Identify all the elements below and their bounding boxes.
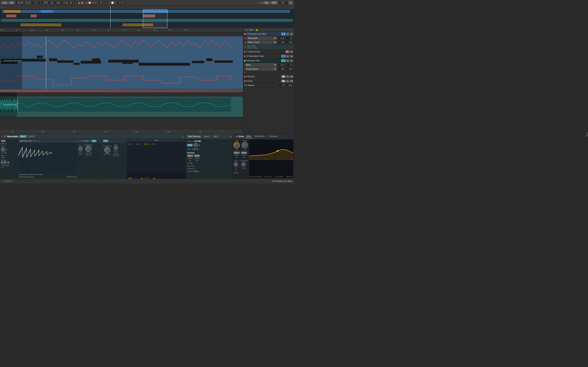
osc2-tab[interactable]: Osc 2 bbox=[28, 135, 35, 138]
echo-left-knob[interactable] bbox=[233, 142, 240, 148]
echo-sync-left-btn[interactable]: Sync bbox=[233, 151, 240, 154]
filter1-val2[interactable]: -inf bbox=[286, 41, 293, 44]
add-param-icon[interactable]: + bbox=[244, 72, 246, 74]
master-val1[interactable]: 0 bbox=[278, 84, 285, 87]
add-icon2[interactable]: + bbox=[292, 46, 293, 48]
mixer-dropdown[interactable]: Mixer bbox=[244, 63, 277, 67]
solo-btn-crossover[interactable]: S bbox=[286, 33, 289, 35]
mute-btn-crossover[interactable]: ● bbox=[290, 33, 293, 35]
mod-sources-tab[interactable]: Mod Sources bbox=[187, 135, 202, 138]
echo-frequency-display[interactable]: 1 1k 10k Filter HP 81.8 Hz Res 0.03 LP 2… bbox=[249, 140, 293, 178]
wavetable-val2[interactable]: C bbox=[286, 37, 293, 40]
amp-env-canvas[interactable]: Env 2 Env 3 LFO 1 LFO 2 bbox=[127, 142, 186, 173]
osc1-tab[interactable]: Osc 1 bbox=[19, 135, 27, 138]
filter1-val1[interactable]: -inf bbox=[278, 41, 285, 44]
lfo-display[interactable]: Rate 0.86 Hz Amount 54 % Shape 0.0% Offs… bbox=[127, 173, 186, 179]
sync-left-btn[interactable]: Sync bbox=[187, 155, 193, 157]
echo-tab-character[interactable]: Character bbox=[267, 135, 279, 138]
sync-right-btn[interactable]: Sync bbox=[194, 155, 200, 157]
filter1-dropdown[interactable]: Filter 1 Freq bbox=[246, 41, 277, 44]
audio-clip-sidechain[interactable] bbox=[0, 97, 243, 117]
echo-right-knob[interactable] bbox=[242, 142, 248, 148]
echo-notes-left-icon[interactable]: ▼ bbox=[236, 156, 237, 158]
time-sig-display[interactable]: 4 / 4 bbox=[31, 1, 40, 4]
filter2-res-knob[interactable] bbox=[114, 146, 118, 150]
position-display[interactable]: 39. 1. 4 bbox=[68, 1, 77, 4]
matrix-tab[interactable]: Matrix bbox=[203, 135, 211, 138]
wavetable-record-btn[interactable]: ▶ bbox=[4, 135, 6, 138]
filter1-res-knob[interactable] bbox=[78, 147, 83, 151]
midi-tab[interactable]: MIDI bbox=[212, 135, 219, 138]
notes-left-dropdown-icon[interactable]: ▼ bbox=[189, 160, 191, 162]
echo-sync-right-btn[interactable]: Sync bbox=[241, 151, 247, 154]
arrangement-view[interactable]: 37.2 38 38.4 39 39.4 40 40.4 41 41.4 42 … bbox=[0, 28, 243, 134]
echo-mute-icon[interactable]: ⊘ bbox=[235, 170, 237, 171]
poly-button[interactable]: Poly bbox=[187, 144, 193, 146]
oct-0[interactable]: 0 bbox=[1, 161, 3, 164]
osc-menu-icon[interactable]: ≡ bbox=[75, 140, 76, 142]
stop-button[interactable]: ■ bbox=[81, 1, 83, 4]
wavetable-power-btn[interactable]: ○ bbox=[2, 135, 3, 138]
echo-record-btn[interactable]: ▶ bbox=[236, 135, 238, 138]
d-button[interactable]: D bbox=[288, 1, 293, 4]
track-volume-val2[interactable]: -inf bbox=[286, 67, 293, 71]
serial-mode: Serial bbox=[83, 140, 88, 142]
mixer-val2[interactable]: C bbox=[286, 63, 293, 67]
bpm-display[interactable]: 100.00 bbox=[16, 1, 25, 4]
mod-settings-icon[interactable]: ⚙ bbox=[230, 135, 232, 138]
midi-button[interactable]: MIDI bbox=[270, 1, 278, 4]
end-position-display[interactable]: 37. 1. 1 bbox=[99, 1, 108, 4]
lock-icon[interactable]: 🔒 bbox=[256, 29, 258, 31]
osc1-canvas[interactable] bbox=[18, 143, 77, 173]
settings-icon[interactable]: ≡ bbox=[183, 135, 184, 138]
post-btn-reverb[interactable]: Post bbox=[290, 75, 293, 78]
record-button[interactable]: ● bbox=[84, 1, 85, 4]
mute-btn-sidechain[interactable]: ● bbox=[290, 59, 293, 62]
nav-left-icon[interactable]: ◁ bbox=[37, 140, 39, 142]
timeline-overview[interactable]: ◁ ▷ bbox=[0, 6, 294, 28]
midi-clip-crossover[interactable] bbox=[0, 36, 243, 89]
wavetable-param-dropdown[interactable]: Wavetable bbox=[246, 36, 277, 40]
poly-val-knob[interactable] bbox=[194, 143, 198, 147]
echo-tab-echo[interactable]: Echo bbox=[245, 135, 253, 138]
echo-input-knob[interactable] bbox=[234, 162, 238, 167]
zoom-pct[interactable]: 100% bbox=[41, 1, 50, 4]
track-volume-val1[interactable]: -inf bbox=[278, 67, 285, 71]
mute-btn-wt-pads[interactable]: ● bbox=[290, 55, 293, 58]
wavetable-val1[interactable]: -1.4 bbox=[278, 37, 285, 40]
zoom-level[interactable]: 21% bbox=[278, 1, 288, 4]
oct-neg1[interactable]: -1 bbox=[3, 161, 6, 164]
key-button[interactable]: Key bbox=[263, 1, 269, 4]
serial-dropdown-icon[interactable]: ▼ bbox=[88, 140, 90, 142]
master-val2[interactable]: 6.0 bbox=[286, 84, 293, 87]
solo-btn-wt-pads[interactable]: S bbox=[286, 55, 289, 58]
nav-right-icon[interactable]: ▷ bbox=[40, 140, 42, 142]
filter2-freq-knob[interactable] bbox=[104, 147, 110, 153]
echo-notes-right-icon[interactable]: ▼ bbox=[243, 156, 245, 158]
pencil-icon2[interactable]: ✏ bbox=[253, 29, 255, 31]
arrow-left-icon[interactable]: ◁ bbox=[244, 29, 246, 31]
arrow-right-icon[interactable]: ▷ bbox=[247, 29, 249, 31]
post-btn-echo[interactable]: Post bbox=[290, 80, 293, 83]
time-display[interactable]: 8. 0. 0 bbox=[117, 1, 127, 4]
echo-power-btn[interactable]: ○ bbox=[234, 135, 236, 138]
echo-feedback-knob[interactable] bbox=[241, 162, 246, 167]
play-button[interactable]: ▶ bbox=[78, 1, 80, 4]
bar-display[interactable]: 1 Bar bbox=[53, 1, 63, 4]
echo-tab-modulation[interactable]: Modulation bbox=[253, 135, 267, 138]
filter1-freq-knob[interactable] bbox=[85, 146, 91, 152]
solo-btn-vocals[interactable]: S bbox=[290, 50, 293, 53]
solo-btn-sidechain[interactable]: S bbox=[286, 59, 289, 62]
oct-neg2[interactable]: -2 bbox=[7, 161, 9, 164]
solo-btn-echo[interactable]: S bbox=[286, 80, 289, 83]
mixer-val1[interactable]: -4.7 bbox=[278, 63, 285, 67]
solo-btn-reverb[interactable]: S bbox=[286, 75, 289, 78]
voices-value[interactable]: 3 bbox=[193, 167, 194, 170]
gain-knob[interactable] bbox=[1, 147, 5, 152]
notes-right-dropdown-icon[interactable]: ▼ bbox=[196, 160, 198, 162]
user-dropdown-icon[interactable]: ▼ bbox=[5, 143, 7, 145]
link-button[interactable]: Link bbox=[1, 1, 8, 4]
collapse-icon[interactable]: ▼ bbox=[244, 46, 246, 48]
tap-button[interactable]: Tap bbox=[9, 1, 15, 4]
track-volume-dropdown[interactable]: Track Volume bbox=[244, 67, 277, 71]
